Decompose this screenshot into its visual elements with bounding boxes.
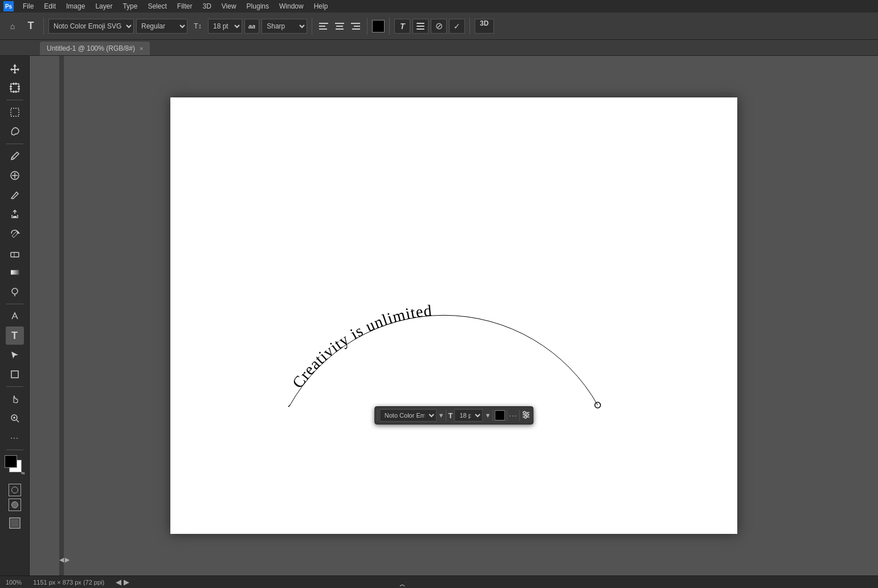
menu-layer[interactable]: Layer	[91, 1, 117, 11]
scroll-right-button[interactable]: ▶	[65, 556, 70, 564]
scroll-left-button[interactable]: ◀	[59, 556, 64, 564]
nav-prev-button[interactable]: ◀	[116, 578, 121, 586]
quick-mask-mode[interactable]	[9, 499, 21, 511]
document-dimensions: 1151 px × 873 px (72 ppi)	[33, 579, 104, 586]
healing-tool[interactable]	[6, 166, 24, 185]
more-tools-button[interactable]: ···	[6, 428, 24, 447]
ft-size-select[interactable]: 18 pt	[455, 409, 483, 422]
dodge-tool[interactable]	[6, 283, 24, 301]
document-tab[interactable]: Untitled-1 @ 100% (RGB/8#) ×	[40, 42, 150, 55]
scroll-controls: ◀ ▶	[59, 556, 70, 563]
home-button[interactable]: ⌂	[5, 18, 21, 34]
toolbar-sep-2	[312, 18, 312, 35]
lasso-tool[interactable]	[6, 122, 24, 141]
text-color-swatch[interactable]	[372, 20, 385, 32]
pen-tool[interactable]	[6, 307, 24, 325]
ft-sep-3	[507, 410, 508, 421]
tab-close-button[interactable]: ×	[140, 45, 143, 52]
svg-rect-29	[11, 252, 19, 257]
tool-sep-4	[6, 386, 23, 387]
text-options-button[interactable]	[413, 19, 428, 34]
svg-point-47	[523, 411, 525, 414]
menu-select[interactable]: Select	[143, 1, 171, 11]
status-bar: 100% 1151 px × 873 px (72 ppi) ◀ ▶	[0, 575, 878, 588]
svg-rect-1	[319, 26, 325, 27]
tab-title: Untitled-1 @ 100% (RGB/8#)	[47, 44, 135, 52]
svg-rect-20	[18, 86, 20, 87]
svg-text:Creativity is unlimited: Creativity is unlimited	[289, 301, 433, 391]
artboard-tool[interactable]	[6, 79, 24, 97]
toolbar-sep-4	[389, 18, 390, 35]
gradient-tool[interactable]	[6, 263, 24, 281]
toolbar: ⌂ T Noto Color Emoji SVG Regular T↕ 18 p…	[0, 13, 878, 40]
align-center-button[interactable]	[333, 19, 346, 33]
ft-size-arrow[interactable]: ▼	[485, 412, 491, 419]
menu-image[interactable]: Image	[62, 1, 89, 11]
menu-help[interactable]: Help	[309, 1, 333, 11]
foreground-color-swatch[interactable]	[5, 455, 17, 468]
toolbar-sep-5	[469, 18, 470, 35]
zoom-tool[interactable]	[6, 409, 24, 427]
ft-sep-2	[493, 410, 493, 421]
antialiasing-select[interactable]: Sharp	[262, 19, 307, 34]
ft-handle	[377, 410, 378, 421]
menu-3d[interactable]: 3D	[198, 1, 215, 11]
menu-view[interactable]: View	[217, 1, 241, 11]
quick-mask-normal[interactable]	[9, 484, 21, 496]
type-tool[interactable]: T	[6, 326, 24, 345]
marquee-rect-tool[interactable]	[6, 103, 24, 121]
ft-sep-4	[519, 410, 520, 421]
font-style-select[interactable]: Regular	[136, 19, 187, 34]
menu-filter[interactable]: Filter	[173, 1, 197, 11]
ft-font-select[interactable]: Noto Color Emoj...	[379, 409, 436, 422]
svg-rect-17	[15, 91, 17, 93]
svg-rect-9	[416, 23, 424, 24]
antialiasing-button[interactable]: aa	[244, 19, 259, 34]
history-brush-tool[interactable]	[6, 224, 24, 243]
color-swatches: ⇆	[5, 455, 25, 476]
svg-rect-3	[335, 23, 344, 24]
tool-sep-2	[6, 144, 23, 144]
app-icon: Ps	[3, 1, 14, 11]
font-family-select[interactable]: Noto Color Emoji SVG	[48, 19, 134, 34]
clone-stamp-tool[interactable]	[6, 205, 24, 223]
swap-colors-button[interactable]: ⇆	[21, 471, 25, 476]
eraser-tool[interactable]	[6, 244, 24, 262]
align-left-button[interactable]	[317, 19, 330, 33]
svg-rect-19	[10, 88, 12, 89]
ft-color-swatch[interactable]	[495, 410, 505, 420]
nav-next-button[interactable]: ▶	[124, 578, 129, 586]
ft-more-button[interactable]: ···	[509, 411, 518, 420]
screen-mode-button[interactable]	[9, 517, 21, 531]
svg-rect-8	[352, 28, 360, 30]
toolbar-sep-3	[367, 18, 367, 35]
align-right-button[interactable]	[349, 19, 362, 33]
tool-sep-1	[6, 100, 23, 100]
svg-rect-36	[14, 395, 15, 398]
shape-tool[interactable]	[6, 365, 24, 383]
canvas-svg: Creativity is unlimited	[170, 97, 737, 534]
ft-sliders-button[interactable]	[521, 410, 530, 421]
svg-rect-15	[15, 83, 17, 85]
nav-controls: ◀ ▶	[116, 578, 129, 586]
menu-type[interactable]: Type	[118, 1, 142, 11]
brush-tool[interactable]	[6, 186, 24, 204]
hand-tool[interactable]	[6, 390, 24, 408]
commit-button[interactable]: ✓	[449, 19, 465, 34]
eyedropper-tool[interactable]	[6, 147, 24, 165]
svg-rect-31	[11, 270, 19, 275]
menu-edit[interactable]: Edit	[39, 1, 60, 11]
vertical-scrollbar[interactable]	[59, 56, 64, 575]
3d-button[interactable]: 3D	[475, 19, 493, 34]
ft-font-arrow[interactable]: ▼	[438, 412, 444, 419]
menu-file[interactable]: File	[18, 1, 38, 11]
tool-modes	[9, 484, 21, 511]
text-tool-icon: T	[23, 18, 39, 34]
path-select-tool[interactable]	[6, 346, 24, 364]
menu-window[interactable]: Window	[275, 1, 308, 11]
menu-plugins[interactable]: Plugins	[242, 1, 273, 11]
font-size-select[interactable]: 18 pt	[208, 19, 242, 34]
warp-text-button[interactable]: T	[394, 19, 410, 34]
move-tool[interactable]	[6, 59, 24, 77]
cancel-button[interactable]: ⊘	[431, 19, 447, 34]
